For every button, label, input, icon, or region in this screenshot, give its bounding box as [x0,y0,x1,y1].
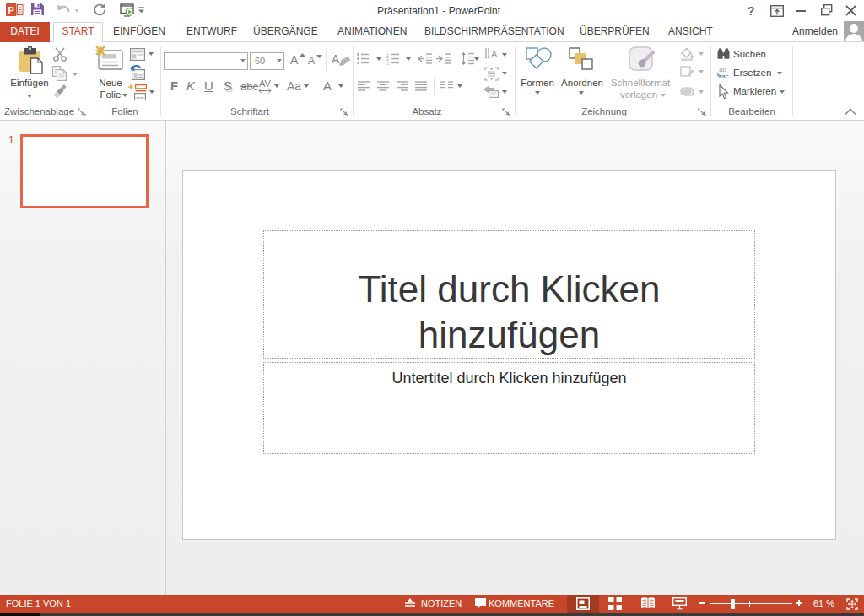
svg-text:A: A [491,49,498,59]
svg-text:ac: ac [721,73,728,79]
svg-text:3: 3 [386,61,389,66]
